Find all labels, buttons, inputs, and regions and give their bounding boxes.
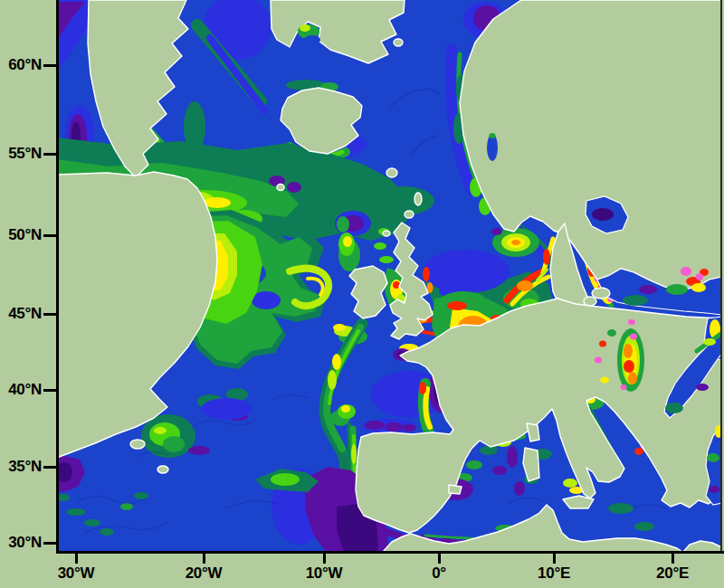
y-tick-label: 30°N (0, 534, 42, 552)
faroe-islands (386, 168, 397, 177)
y-tick-mark (43, 389, 57, 392)
y-tick-label: 45°N (0, 305, 42, 323)
x-tick-mark (438, 552, 441, 564)
x-tick-label: 0° (432, 564, 446, 583)
jan-mayen-islet (394, 39, 403, 46)
y-tick-mark (43, 64, 57, 67)
funen-islet (584, 297, 596, 306)
map-canvas (0, 0, 724, 588)
shetland-islet (414, 193, 422, 205)
rockall-islet (277, 185, 284, 191)
azores-islet-2 (157, 466, 168, 473)
map-frame-left (56, 0, 59, 553)
x-tick-label: 20°W (186, 564, 223, 583)
hebrides-islet (383, 231, 390, 236)
y-tick-mark (43, 234, 57, 237)
y-tick-mark (43, 313, 57, 316)
x-tick-label: 10°E (538, 564, 570, 583)
x-tick-label: 10°W (306, 564, 343, 583)
x-tick-label: 20°E (656, 564, 689, 583)
x-tick-mark (672, 552, 674, 564)
y-tick-mark (43, 542, 57, 545)
map-figure: 60°N55°N50°N45°N40°N35°N30°N 30°W20°W10°… (0, 0, 724, 588)
azores-islet (130, 440, 145, 449)
x-tick-mark (75, 552, 78, 564)
x-tick-mark (203, 552, 205, 564)
zealand-islet (592, 288, 610, 299)
x-tick-mark (553, 552, 556, 564)
orkney-islet (405, 211, 414, 218)
x-tick-label: 30°W (58, 564, 95, 583)
y-tick-mark (43, 466, 57, 469)
mallorca (449, 485, 462, 494)
y-tick-label: 60°N (0, 56, 42, 74)
y-tick-label: 35°N (0, 458, 42, 476)
map-frame-right (720, 0, 722, 552)
map-frame-bottom (56, 551, 724, 554)
y-tick-label: 55°N (0, 145, 42, 163)
x-tick-mark (323, 552, 326, 564)
y-tick-mark (43, 153, 57, 156)
y-tick-label: 40°N (0, 381, 42, 399)
y-tick-label: 50°N (0, 226, 42, 244)
